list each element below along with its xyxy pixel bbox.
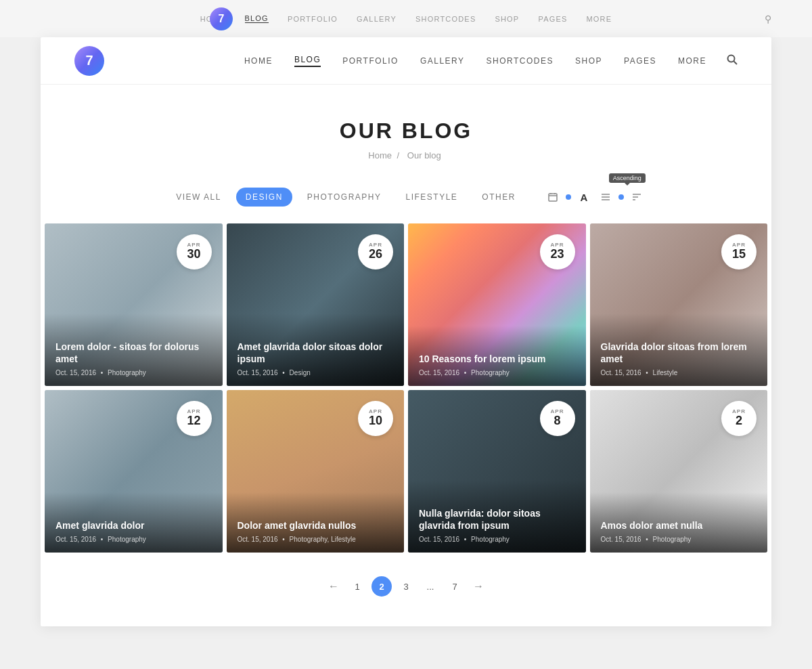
filter-view-all[interactable]: VIEW ALL — [166, 188, 231, 207]
breadcrumb-current: Our blog — [407, 150, 441, 160]
top-nav-blog[interactable]: BLOG — [245, 14, 269, 23]
date-badge-5: APR 12 — [177, 401, 212, 436]
blog-card-1[interactable]: APR 30 Lorem dolor - sitoas for dolorus … — [45, 223, 223, 386]
top-bar: 7 HOME BLOG PORTFOLIO GALLERY SHORTCODES… — [0, 0, 812, 37]
blog-grid: APR 30 Lorem dolor - sitoas for dolorus … — [41, 223, 771, 553]
card-title-3: 10 Reasons for lorem ipsum — [419, 353, 575, 365]
calendar-view-icon[interactable] — [544, 188, 562, 206]
card-meta-5: Oct. 15, 2016 • Photography — [55, 536, 212, 543]
card-title-6: Dolor amet glavrida nullos — [238, 519, 394, 532]
nav-home[interactable]: HOME — [244, 56, 273, 66]
date-badge-2: APR 26 — [358, 234, 393, 269]
card-title-8: Amos dolor amet nulla — [601, 519, 757, 532]
top-nav-portfolio[interactable]: PORTFOLIO — [288, 15, 338, 23]
next-page-button[interactable]: → — [469, 580, 488, 592]
top-search-icon[interactable]: ⚲ — [765, 14, 771, 24]
card-meta-6: Oct. 15, 2016 • Photography, Lifestyle — [238, 536, 394, 543]
top-nav-shortcodes[interactable]: SHORTCODES — [415, 15, 476, 23]
nav-shop[interactable]: SHOP — [575, 56, 602, 66]
site-nav: HOME BLOG PORTFOLIO GALLERY SHORTCODES S… — [244, 55, 706, 67]
svg-line-1 — [734, 61, 738, 64]
top-nav-more[interactable]: MORE — [587, 15, 612, 23]
nav-shortcodes[interactable]: SHORTCODES — [487, 56, 554, 66]
date-badge-4: APR 15 — [721, 234, 757, 269]
dot-blue-2 — [618, 194, 624, 200]
top-logo: 7 — [210, 7, 233, 30]
svg-rect-2 — [549, 194, 557, 201]
filter-design[interactable]: DESIGN — [236, 188, 292, 207]
blog-card-5[interactable]: APR 12 Amet glavrida dolor Oct. 15, 2016… — [45, 390, 223, 553]
card-title-4: Glavrida dolor sitoas from lorem amet — [601, 341, 757, 365]
card-overlay-3: 10 Reasons for lorem ipsum Oct. 15, 2016… — [408, 326, 586, 386]
pagination: ← 1 2 3 ... 7 → — [41, 553, 771, 624]
page-2-button[interactable]: 2 — [371, 576, 392, 597]
card-overlay-7: Nulla glavrida: dolor sitoas glavrida fr… — [408, 480, 586, 553]
date-badge-3: APR 23 — [540, 234, 575, 269]
card-meta-1: Oct. 15, 2016 • Photography — [55, 369, 212, 376]
blog-card-6[interactable]: APR 10 Dolor amet glavrida nullos Oct. 1… — [227, 390, 405, 553]
site-header: 7 HOME BLOG PORTFOLIO GALLERY SHORTCODES… — [41, 37, 771, 85]
page-3-button[interactable]: 3 — [396, 576, 416, 597]
card-overlay-6: Dolor amet glavrida nullos Oct. 15, 2016… — [227, 492, 405, 553]
dot-blue-1 — [566, 194, 571, 200]
date-badge-6: APR 10 — [358, 401, 393, 436]
card-overlay-2: Amet glavrida dolor sitoas dolor ipsum O… — [227, 314, 405, 386]
view-controls: A Ascending — [544, 188, 646, 206]
breadcrumb-sep: / — [397, 150, 400, 160]
card-meta-3: Oct. 15, 2016 • Photography — [419, 369, 575, 376]
sort-icon[interactable] — [628, 188, 646, 206]
filter-photography[interactable]: PHOTOGRAPHY — [298, 188, 391, 207]
page-title: OUR BLOG — [41, 118, 771, 144]
breadcrumb: Home / Our blog — [41, 150, 771, 160]
blog-card-7[interactable]: APR 8 Nulla glavrida: dolor sitoas glavr… — [408, 390, 586, 553]
filter-bar: VIEW ALL DESIGN PHOTOGRAPHY LIFESTYLE OT… — [41, 181, 771, 223]
nav-gallery[interactable]: GALLERY — [420, 56, 465, 66]
filter-lifestyle[interactable]: LIFESTYLE — [397, 188, 468, 207]
card-title-2: Amet glavrida dolor sitoas dolor ipsum — [238, 341, 394, 365]
svg-point-0 — [728, 55, 735, 62]
nav-more[interactable]: MORE — [678, 56, 706, 66]
card-overlay-1: Lorem dolor - sitoas for dolorus amet Oc… — [45, 314, 223, 386]
nav-blog[interactable]: BLOG — [294, 55, 321, 67]
top-nav-pages[interactable]: PAGES — [538, 15, 567, 23]
date-badge-7: APR 8 — [540, 401, 575, 436]
card-overlay-4: Glavrida dolor sitoas from lorem amet Oc… — [590, 314, 768, 386]
prev-page-button[interactable]: ← — [324, 580, 343, 592]
card-meta-4: Oct. 15, 2016 • Lifestyle — [601, 369, 757, 376]
main-card: 7 HOME BLOG PORTFOLIO GALLERY SHORTCODES… — [41, 37, 771, 626]
card-title-1: Lorem dolor - sitoas for dolorus amet — [55, 341, 212, 365]
site-logo[interactable]: 7 — [74, 46, 104, 76]
card-meta-8: Oct. 15, 2016 • Photography — [601, 536, 757, 543]
card-meta-7: Oct. 15, 2016 • Photography — [419, 536, 575, 543]
card-meta-2: Oct. 15, 2016 • Design — [238, 369, 394, 376]
date-badge-8: APR 2 — [721, 401, 757, 436]
filter-other[interactable]: OTHER — [472, 188, 525, 207]
nav-pages[interactable]: PAGES — [624, 56, 656, 66]
blog-card-3[interactable]: APR 23 10 Reasons for lorem ipsum Oct. 1… — [408, 223, 586, 386]
card-overlay-5: Amet glavrida dolor Oct. 15, 2016 • Phot… — [45, 492, 223, 553]
card-title-7: Nulla glavrida: dolor sitoas glavrida fr… — [419, 507, 575, 532]
blog-card-8[interactable]: APR 2 Amos dolor amet nulla Oct. 15, 201… — [590, 390, 768, 553]
list-view-icon[interactable] — [597, 188, 614, 206]
top-nav-gallery[interactable]: GALLERY — [357, 15, 397, 23]
blog-card-2[interactable]: APR 26 Amet glavrida dolor sitoas dolor … — [227, 223, 405, 386]
page-hero: OUR BLOG Home / Our blog — [41, 85, 771, 181]
header-search-icon[interactable] — [727, 54, 738, 68]
page-ellipsis: ... — [420, 576, 441, 597]
card-overlay-8: Amos dolor amet nulla Oct. 15, 2016 • Ph… — [590, 492, 768, 553]
blog-card-4[interactable]: APR 15 Glavrida dolor sitoas from lorem … — [590, 223, 768, 386]
page-1-button[interactable]: 1 — [347, 576, 367, 597]
text-size-icon[interactable]: A — [575, 188, 593, 206]
top-nav: HOME BLOG PORTFOLIO GALLERY SHORTCODES S… — [200, 14, 612, 23]
card-title-5: Amet glavrida dolor — [55, 519, 212, 532]
date-badge-1: APR 30 — [177, 234, 212, 269]
ascending-badge: Ascending — [609, 173, 646, 183]
breadcrumb-home[interactable]: Home — [368, 150, 392, 160]
nav-portfolio[interactable]: PORTFOLIO — [342, 56, 399, 66]
top-nav-shop[interactable]: SHOP — [495, 15, 519, 23]
page-7-button[interactable]: 7 — [445, 576, 465, 597]
